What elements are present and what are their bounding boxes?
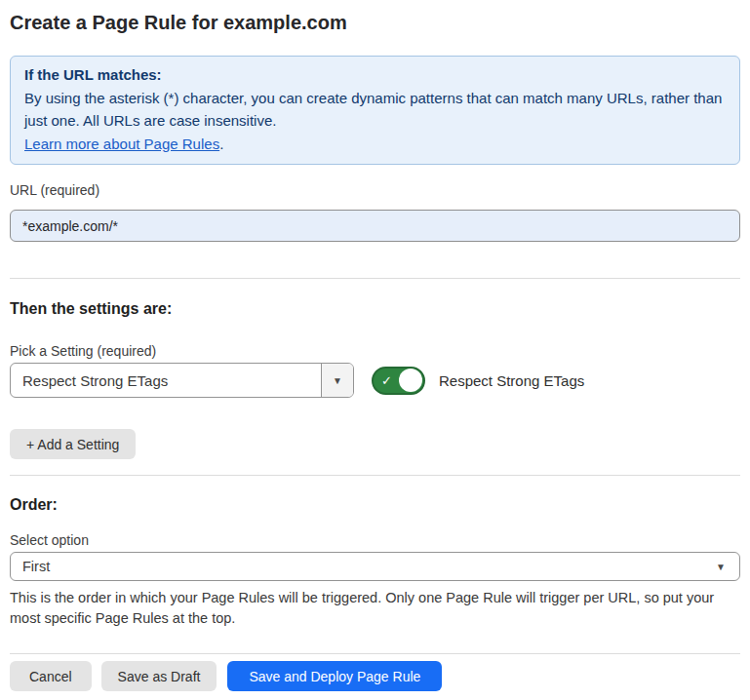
url-input[interactable] <box>10 210 740 242</box>
check-icon: ✓ <box>381 374 392 387</box>
order-select-label: Select option <box>10 531 740 549</box>
url-field-label: URL (required) <box>10 181 740 199</box>
page-rule-form: Create a Page Rule for example.com If th… <box>0 9 750 691</box>
page-title: Create a Page Rule for example.com <box>10 9 740 36</box>
save-draft-button[interactable]: Save as Draft <box>101 661 217 691</box>
setting-row: Respect Strong ETags ▼ ✓ Respect Strong … <box>10 363 740 398</box>
info-box-heading: If the URL matches: <box>24 63 726 87</box>
order-select-value: First <box>22 559 50 574</box>
toggle-knob <box>399 369 422 392</box>
settings-section-heading: Then the settings are: <box>10 299 740 319</box>
chevron-down-icon[interactable]: ▼ <box>321 364 353 397</box>
footer-divider <box>10 653 740 654</box>
section-divider <box>10 475 740 476</box>
cancel-button[interactable]: Cancel <box>10 661 92 691</box>
url-match-info-box: If the URL matches: By using the asteris… <box>10 56 740 165</box>
pick-setting-label: Pick a Setting (required) <box>10 342 740 360</box>
chevron-down-icon: ▼ <box>716 562 726 572</box>
save-deploy-button[interactable]: Save and Deploy Page Rule <box>227 661 442 691</box>
info-box-link-line: Learn more about Page Rules. <box>24 133 726 156</box>
learn-more-link[interactable]: Learn more about Page Rules <box>24 136 219 152</box>
order-section-heading: Order: <box>10 495 740 515</box>
section-divider <box>10 278 740 279</box>
add-setting-button[interactable]: + Add a Setting <box>10 429 136 459</box>
order-select[interactable]: First ▼ <box>10 552 740 581</box>
link-suffix: . <box>219 136 223 152</box>
toggle-label: Respect Strong ETags <box>439 372 584 389</box>
setting-select[interactable]: Respect Strong ETags ▼ <box>10 363 354 398</box>
footer-actions: Cancel Save as Draft Save and Deploy Pag… <box>10 661 740 691</box>
setting-toggle[interactable]: ✓ <box>372 367 425 395</box>
order-help-text: This is the order in which your Page Rul… <box>10 588 740 629</box>
info-box-body: By using the asterisk (*) character, you… <box>24 87 726 133</box>
setting-select-value: Respect Strong ETags <box>11 364 321 397</box>
